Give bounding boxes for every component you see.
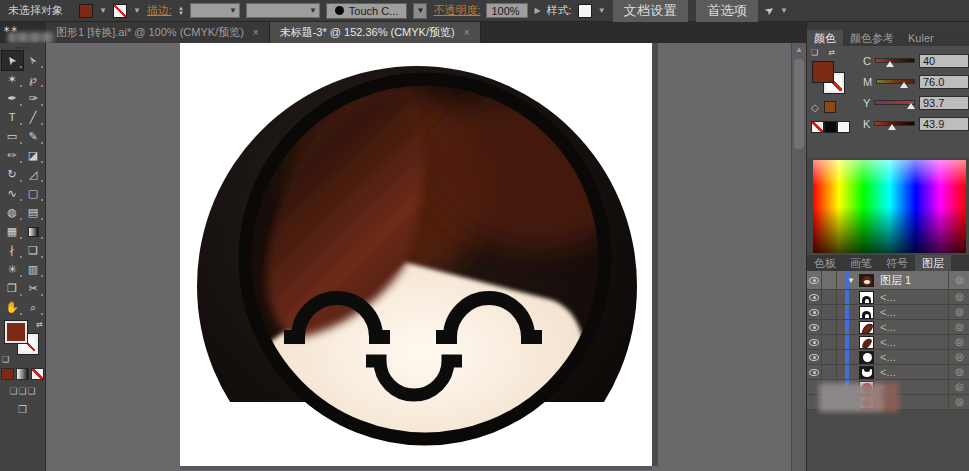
- layer-row[interactable]: ▼ <... ◎: [807, 290, 969, 305]
- screen-mode-button[interactable]: ❐: [0, 404, 45, 415]
- lock-column[interactable]: [822, 290, 837, 304]
- type-tool[interactable]: T: [2, 108, 23, 127]
- target-circle-icon[interactable]: ◎: [955, 352, 964, 362]
- visibility-toggle[interactable]: [807, 335, 822, 349]
- column-graph-tool[interactable]: ▥: [23, 260, 44, 279]
- brush-dropdown-icon[interactable]: ▼: [413, 3, 427, 19]
- style-swatch[interactable]: [578, 4, 592, 18]
- stroke-weight-select[interactable]: ▼: [190, 3, 240, 18]
- canvas-pasteboard[interactable]: ▲: [46, 43, 806, 471]
- slider-thumb[interactable]: [886, 61, 894, 67]
- girl-face-artwork[interactable]: [180, 43, 652, 466]
- perspective-grid-tool[interactable]: ▤: [23, 203, 44, 222]
- web-color-warning-swatch[interactable]: [824, 101, 836, 113]
- layer-row[interactable]: ▼ <... ◎: [807, 365, 969, 380]
- style-dropdown-icon[interactable]: ▼: [598, 6, 606, 15]
- hand-tool[interactable]: ✋: [2, 298, 23, 317]
- selection-tool[interactable]: ➤: [2, 51, 23, 70]
- layer-row[interactable]: ▼ <... ◎: [807, 335, 969, 350]
- draw-inside-icon[interactable]: ❏: [28, 386, 36, 396]
- lock-column[interactable]: [822, 350, 837, 364]
- symbol-sprayer-tool[interactable]: ✳: [2, 260, 23, 279]
- paintbrush-tool[interactable]: ✎: [23, 127, 44, 146]
- scrollbar-thumb[interactable]: [794, 59, 804, 149]
- rotate-tool[interactable]: ↻: [2, 165, 23, 184]
- close-icon[interactable]: ×: [253, 27, 259, 38]
- slider-value-input[interactable]: 93.7: [919, 96, 969, 110]
- brush-definition-select[interactable]: Touch C...: [326, 3, 408, 19]
- target-circle-icon[interactable]: ◎: [955, 337, 964, 347]
- variable-width-profile-select[interactable]: ▼: [246, 3, 320, 18]
- target-circle-icon[interactable]: ◎: [955, 292, 964, 302]
- visibility-toggle[interactable]: [807, 271, 822, 289]
- width-tool[interactable]: ∿: [2, 184, 23, 203]
- layer-row[interactable]: ▼ 图层 1 ◎: [807, 271, 969, 290]
- lock-column[interactable]: [822, 365, 837, 379]
- panel-tab[interactable]: 图层: [915, 255, 951, 271]
- zoom-tool[interactable]: ⌕: [23, 298, 44, 317]
- default-colors-icon[interactable]: ❏: [2, 355, 9, 364]
- panel-tab[interactable]: 符号: [879, 255, 915, 271]
- stroke-link[interactable]: 描边:: [147, 3, 172, 18]
- document-tab-1[interactable]: 图形1 [转换].ai* @ 100% (CMYK/预览) ×: [46, 22, 270, 43]
- rectangle-tool[interactable]: ▭: [2, 127, 23, 146]
- layer-label[interactable]: <...: [880, 366, 896, 378]
- color-panel-mini-icons[interactable]: ❏ ⇄: [811, 48, 859, 57]
- slider-value-input[interactable]: 76.0: [919, 75, 969, 89]
- opacity-link[interactable]: 不透明度:: [433, 3, 480, 18]
- arrange-dropdown-icon[interactable]: ▼: [780, 6, 788, 15]
- draw-behind-icon[interactable]: ❏: [18, 386, 26, 396]
- slider-thumb[interactable]: [907, 103, 915, 109]
- toolbar-grip[interactable]: ▪▪▪▪: [0, 43, 45, 51]
- mesh-tool[interactable]: ▦: [2, 222, 23, 241]
- panel-tab[interactable]: 色板: [807, 255, 843, 271]
- lock-column[interactable]: [822, 305, 837, 319]
- gradient-mode-button[interactable]: [16, 368, 29, 380]
- free-transform-tool[interactable]: ▢: [23, 184, 44, 203]
- none-swatch[interactable]: [811, 121, 824, 133]
- layer-row[interactable]: ▼ <... ◎: [807, 320, 969, 335]
- panel-tab[interactable]: 颜色参考: [843, 30, 901, 46]
- visibility-toggle[interactable]: [807, 320, 822, 334]
- layer-row[interactable]: ▼ <... ◎: [807, 305, 969, 320]
- layer-label[interactable]: <...: [880, 321, 896, 333]
- artboard-tool[interactable]: ❐: [2, 279, 23, 298]
- visibility-toggle[interactable]: [807, 290, 822, 304]
- layer-label[interactable]: 图层 1: [880, 273, 911, 288]
- out-of-gamut-cube-icon[interactable]: ◇: [811, 102, 819, 113]
- swap-fill-stroke-icon[interactable]: ⇄: [36, 320, 43, 329]
- stroke-dropdown-icon[interactable]: ▼: [133, 6, 141, 15]
- color-spectrum[interactable]: [813, 160, 966, 253]
- target-circle-icon[interactable]: ◎: [955, 322, 964, 332]
- eraser-tool[interactable]: ◪: [23, 146, 44, 165]
- slider-track[interactable]: [876, 79, 915, 84]
- arrange-cursor-icon[interactable]: ➤: [762, 3, 777, 19]
- layer-row[interactable]: ▼ <... ◎: [807, 350, 969, 365]
- layer-label[interactable]: <...: [880, 306, 896, 318]
- panel-fill-swatch[interactable]: [812, 61, 834, 83]
- lock-column[interactable]: [822, 271, 837, 289]
- pen-alt-tool[interactable]: ✑: [23, 89, 44, 108]
- slider-value-input[interactable]: 43.9: [919, 117, 969, 131]
- expand-caret-icon[interactable]: ▼: [847, 276, 855, 285]
- color-mode-button[interactable]: [1, 368, 14, 380]
- layer-label[interactable]: <...: [880, 291, 896, 303]
- magic-wand-tool[interactable]: ✶: [2, 70, 23, 89]
- gradient-tool[interactable]: [23, 222, 44, 241]
- blend-tool[interactable]: ❏: [23, 241, 44, 260]
- line-segment-tool[interactable]: ╱: [23, 108, 44, 127]
- artboard[interactable]: [180, 43, 652, 466]
- target-circle-icon[interactable]: ◎: [955, 275, 964, 285]
- shape-builder-tool[interactable]: ◍: [2, 203, 23, 222]
- target-circle-icon[interactable]: ◎: [955, 397, 964, 407]
- fill-indicator[interactable]: [5, 321, 27, 343]
- stroke-color-swatch[interactable]: [113, 4, 127, 18]
- vertical-scrollbar[interactable]: ▲: [791, 43, 806, 471]
- slider-track[interactable]: [874, 100, 915, 105]
- none-mode-button[interactable]: [31, 368, 44, 380]
- document-tab-2[interactable]: 未标题-3* @ 152.36% (CMYK/预览) ×: [270, 22, 481, 43]
- layer-label[interactable]: <...: [880, 351, 896, 363]
- fill-dropdown-icon[interactable]: ▼: [99, 6, 107, 15]
- lasso-tool[interactable]: ℘: [23, 70, 44, 89]
- direct-selection-tool[interactable]: ➢: [23, 51, 44, 70]
